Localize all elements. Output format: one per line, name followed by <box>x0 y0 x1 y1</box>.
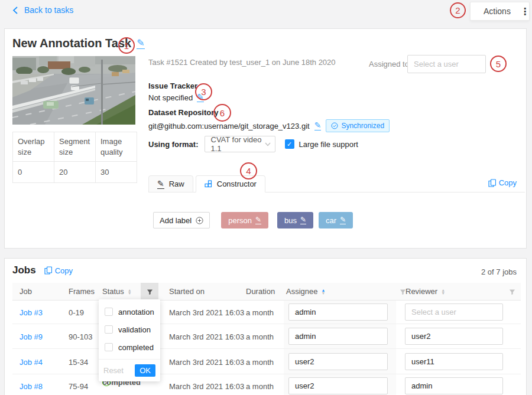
sync-status-badge[interactable]: Synchronized <box>326 119 390 132</box>
job-link[interactable]: Job #3 <box>20 308 43 317</box>
actions-label: Actions <box>484 6 511 16</box>
started-value: March 3rd 2021 16:03 <box>169 332 244 341</box>
job-link[interactable]: Job #8 <box>20 382 43 391</box>
issue-tracker-value: Not specified <box>148 93 193 102</box>
jobs-title: Jobs <box>12 265 36 276</box>
large-file-checkbox[interactable]: ✓ <box>285 139 294 149</box>
copy-icon <box>44 266 52 275</box>
assignee-select-input[interactable] <box>407 55 486 73</box>
check-circle-icon <box>331 122 338 129</box>
add-label-button[interactable]: Add label <box>153 212 210 228</box>
started-value: March 3rd 2021 16:03 <box>169 382 244 391</box>
build-icon <box>205 180 212 188</box>
assignee-input[interactable] <box>288 328 388 345</box>
large-file-label: Large file support <box>299 140 358 149</box>
label-chip-car[interactable]: car ✎ <box>319 212 353 228</box>
reviewer-filter-icon[interactable] <box>503 283 521 301</box>
duration-value: a month <box>246 332 274 341</box>
filter-option-validation[interactable]: validation <box>99 321 160 338</box>
annotation-circle-3: 3 <box>195 83 212 100</box>
sort-status[interactable]: ▲▼ <box>128 289 132 295</box>
table-row: Job #9 90-103 March 3rd 2021 16:03 a mon… <box>12 324 521 349</box>
reviewer-input[interactable] <box>405 328 503 345</box>
annotation-circle-2: 2 <box>450 2 466 18</box>
annotation-circle-5: 5 <box>490 56 507 72</box>
sort-reviewer[interactable]: ▲▼ <box>441 289 445 295</box>
filter-option-annotation[interactable]: annotation <box>99 303 160 321</box>
param-header: Overlap size <box>13 132 54 162</box>
labels-copy-button[interactable]: Copy <box>488 178 517 187</box>
col-duration: Duration <box>246 287 275 296</box>
jobs-count: 2 of 7 jobs <box>481 267 517 276</box>
actions-button[interactable]: Actions ⋮ <box>470 2 530 21</box>
reviewer-input[interactable] <box>405 353 503 370</box>
task-params-table: Overlap size Segment size Image quality … <box>12 132 137 183</box>
duration-value: a month <box>246 308 274 317</box>
edit-label-icon[interactable]: ✎ <box>300 216 306 224</box>
checkbox-completed[interactable] <box>105 343 113 351</box>
jobs-card: Jobs Copy 2 of 7 jobs Job Frames Status▲… <box>4 258 527 395</box>
filter-reset-button[interactable]: Reset <box>103 366 124 375</box>
label-chip-person[interactable]: person ✎ <box>221 212 268 228</box>
format-value: CVAT for video 1.1 <box>211 135 262 153</box>
assignee-input[interactable] <box>288 377 388 394</box>
col-started: Started on <box>169 287 205 296</box>
assignee-input[interactable] <box>288 303 388 321</box>
edit-title-icon[interactable]: ✎ <box>137 38 144 49</box>
checkbox-validation[interactable] <box>105 325 113 334</box>
job-link[interactable]: Job #4 <box>20 358 43 367</box>
table-row: Job #3 0-19 March 3rd 2021 16:03 a month <box>12 301 521 324</box>
frames-value: 75-94 <box>69 382 88 391</box>
table-row: Job #8 75-94 completed ? March 3rd 2021 … <box>12 374 521 395</box>
tab-constructor[interactable]: Constructor <box>196 175 265 192</box>
jobs-copy-button[interactable]: Copy <box>44 266 73 275</box>
chevron-left-icon <box>12 6 19 15</box>
task-details-card: New Annotation Task ✎ 1 <box>4 28 527 249</box>
reviewer-input[interactable] <box>405 303 503 321</box>
using-format-label: Using format: <box>148 140 199 149</box>
repository-url: git@github.com:username/git_storage_v123… <box>148 122 310 130</box>
table-row: Job #4 15-34 March 3rd 2021 16:03 a mont… <box>12 349 521 374</box>
sort-assignee[interactable]: ▲▼ <box>321 289 325 295</box>
col-job: Job <box>20 287 32 296</box>
filter-ok-button[interactable]: OK <box>135 364 155 377</box>
edit-label-icon[interactable]: ✎ <box>255 216 261 224</box>
copy-icon <box>488 179 496 187</box>
annotation-circle-4: 4 <box>240 162 257 179</box>
back-to-tasks-link[interactable]: Back to tasks <box>12 5 73 15</box>
chevron-down-icon <box>265 142 271 146</box>
assigned-to-label: Assigned to <box>369 60 409 68</box>
label-chip-bus[interactable]: bus ✎ <box>277 212 313 228</box>
started-value: March 3rd 2021 16:03 <box>169 308 244 317</box>
edit-label-icon[interactable]: ✎ <box>340 216 346 224</box>
more-dots-icon: ⋮ <box>520 6 530 17</box>
param-value: 20 <box>54 162 96 183</box>
pencil-icon: ✎ <box>157 179 164 189</box>
annotation-circle-6: 6 <box>213 104 231 122</box>
back-label: Back to tasks <box>24 5 73 15</box>
jobs-table-header: Job Frames Status▲▼ Started on Duration … <box>12 283 521 301</box>
frames-value: 90-103 <box>69 332 92 341</box>
param-header: Segment size <box>54 132 96 162</box>
checkbox-annotation[interactable] <box>105 308 113 316</box>
duration-value: a month <box>246 358 274 367</box>
frames-value: 0-19 <box>69 308 84 317</box>
job-link[interactable]: Job #9 <box>20 332 43 341</box>
plus-circle-icon <box>196 217 203 224</box>
col-frames: Frames <box>69 287 95 296</box>
annotation-circle-1: 1 <box>118 37 135 54</box>
status-filter-icon[interactable] <box>141 283 158 301</box>
col-status: Status▲▼ <box>102 287 132 296</box>
format-select[interactable]: CVAT for video 1.1 <box>205 136 275 152</box>
issue-tracker-label: Issue Tracker <box>148 81 197 90</box>
edit-repository-icon[interactable]: ✎ <box>314 121 322 130</box>
param-value: 30 <box>96 162 137 183</box>
col-assignee: Assignee▲▼ <box>286 287 325 296</box>
started-value: March 3rd 2021 16:03 <box>169 358 244 367</box>
filter-option-completed[interactable]: completed <box>99 338 160 356</box>
tab-raw[interactable]: ✎ Raw <box>148 175 193 192</box>
assignee-input[interactable] <box>288 353 388 370</box>
col-reviewer: Reviewer▲▼ <box>406 287 445 296</box>
param-value: 0 <box>13 162 54 183</box>
reviewer-input[interactable] <box>405 377 503 394</box>
